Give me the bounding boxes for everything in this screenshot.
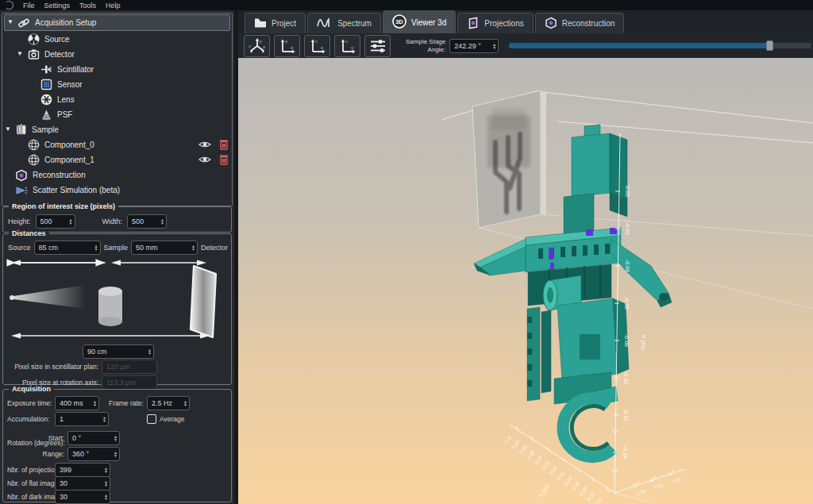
menu-help[interactable]: Help xyxy=(106,2,121,10)
menu-bar: File Settings Tools Help xyxy=(0,0,813,10)
view-xy-button[interactable]: y x xyxy=(274,35,300,57)
total-distance-input[interactable] xyxy=(83,348,148,356)
menu-settings[interactable]: Settings xyxy=(44,2,71,10)
dark-images-input[interactable] xyxy=(56,493,104,501)
average-checkbox[interactable] xyxy=(147,414,156,424)
acquisition-title: Acquisition xyxy=(9,385,54,393)
tab-spectrum[interactable]: Spectrum xyxy=(307,13,381,33)
expander-icon[interactable]: ▼ xyxy=(7,18,13,25)
tab-label: Reconstruction xyxy=(562,19,615,28)
flat-images-spinner[interactable]: ▲▼ xyxy=(55,476,110,491)
stage-angle-input[interactable] xyxy=(450,42,492,50)
x-tick-label: -0.02 xyxy=(556,470,566,482)
menu-tools[interactable]: Tools xyxy=(79,2,96,10)
delete-trash-icon[interactable] xyxy=(219,154,229,167)
x-tick-label: 0.00 xyxy=(549,465,558,476)
tree-item-reconstruction[interactable]: Reconstruction xyxy=(2,167,232,183)
roi-height-input[interactable] xyxy=(37,217,69,225)
tree-item-sample[interactable]: ▼ Sample xyxy=(2,122,232,137)
spinner-arrows-icon[interactable]: ▲▼ xyxy=(102,416,106,422)
tree-label: Source xyxy=(44,35,70,44)
expander-icon[interactable]: ▼ xyxy=(17,50,23,57)
x-tick-label: -0.10 xyxy=(586,491,596,502)
delete-trash-icon[interactable] xyxy=(219,139,229,152)
tab-project[interactable]: Project xyxy=(245,13,306,33)
tree-label: Reconstruction xyxy=(33,171,86,179)
spinner-arrows-icon[interactable]: ▲▼ xyxy=(104,467,108,473)
tree-item-psf[interactable]: PSF xyxy=(2,107,232,122)
exposure-spinner[interactable]: ▲▼ xyxy=(55,396,99,410)
rotation-start-input[interactable] xyxy=(68,434,114,442)
projections-input[interactable] xyxy=(56,466,104,474)
tree-item-source[interactable]: Source xyxy=(2,32,232,47)
average-label: Average xyxy=(160,415,185,423)
view-isometric-button[interactable]: y z x xyxy=(244,35,270,57)
roi-width-label: Width: xyxy=(102,217,123,225)
tree-item-component-1[interactable]: Component_1 xyxy=(2,152,232,167)
flat-images-input[interactable] xyxy=(56,479,104,487)
expander-icon[interactable]: ▼ xyxy=(5,125,11,133)
z-tick-label: 0.00 xyxy=(636,488,647,496)
sample-distance-input[interactable] xyxy=(132,244,191,252)
stage-angle-spinner[interactable]: ▲▼ xyxy=(449,39,499,53)
viewport-3d[interactable]: 0.00 -0.02 -0.04 -0.06 -0.08 -0.10 -0.12… xyxy=(238,58,813,504)
spinner-arrows-icon[interactable]: ▲▼ xyxy=(114,451,118,457)
y-tick-label: -0.06 xyxy=(624,297,630,310)
menu-file[interactable]: File xyxy=(23,2,35,10)
total-distance-spinner[interactable]: ▲▼ xyxy=(83,344,154,359)
accumulation-input[interactable] xyxy=(56,415,102,423)
spinner-arrows-icon[interactable]: ▲▼ xyxy=(191,244,195,251)
stage-angle-slider[interactable] xyxy=(509,40,811,51)
tree-item-lens[interactable]: Lens xyxy=(2,92,232,107)
accumulation-spinner[interactable]: ▲▼ xyxy=(55,412,109,426)
tree-item-component-0[interactable]: Component_0 xyxy=(2,137,232,152)
tree-item-scintillator[interactable]: Scintillator xyxy=(2,62,232,77)
exposure-input[interactable] xyxy=(56,399,93,407)
projections-label: Nbr. of projections: xyxy=(7,466,52,474)
spinner-arrows-icon[interactable]: ▲▼ xyxy=(69,218,73,225)
projections-spinner[interactable]: ▲▼ xyxy=(55,463,110,477)
tab-viewer-3d[interactable]: 3D Viewer 3d xyxy=(383,10,456,33)
spinner-arrows-icon[interactable]: ▲▼ xyxy=(183,400,187,406)
flat-images-label: Nbr. of flat images: xyxy=(7,479,52,487)
rotation-start-spinner[interactable]: ▲▼ xyxy=(67,431,120,445)
rotation-range-input[interactable] xyxy=(68,450,114,458)
tree-label: Scintillator xyxy=(57,65,94,74)
tree-item-acquisition-setup[interactable]: ▼ Acquisition Setup xyxy=(4,14,230,31)
spinner-arrows-icon[interactable]: ▲▼ xyxy=(492,43,496,49)
visibility-eye-icon[interactable] xyxy=(198,140,211,151)
display-settings-button[interactable] xyxy=(364,35,391,57)
y-tick-label: 0.00 xyxy=(625,186,630,197)
tree-item-detector[interactable]: ▼ Detector xyxy=(2,47,232,62)
roi-width-input[interactable] xyxy=(128,217,160,225)
y-tick-label: -0.08 xyxy=(624,334,630,347)
spinner-arrows-icon[interactable]: ▲▼ xyxy=(104,494,108,500)
framerate-input[interactable] xyxy=(148,399,183,407)
detector-plate-glyph xyxy=(191,266,216,337)
tab-projections[interactable]: Projections xyxy=(457,13,533,33)
svg-text:3D: 3D xyxy=(395,18,403,25)
roi-height-spinner[interactable]: ▲▼ xyxy=(36,214,75,229)
rotation-range-spinner[interactable]: ▲▼ xyxy=(67,447,120,461)
spinner-arrows-icon[interactable]: ▲▼ xyxy=(93,400,97,406)
visibility-eye-icon[interactable] xyxy=(198,155,211,166)
sample-distance-spinner[interactable]: ▲▼ xyxy=(131,240,198,255)
tree-item-scatter-simulation[interactable]: Scatter Simulation (beta) xyxy=(2,183,232,198)
tree-item-sensor[interactable]: Sensor xyxy=(2,77,232,92)
roi-width-spinner[interactable]: ▲▼ xyxy=(127,214,167,229)
dark-images-spinner[interactable]: ▲▼ xyxy=(55,490,110,504)
source-distance-input[interactable] xyxy=(35,244,94,252)
spinner-arrows-icon[interactable]: ▲▼ xyxy=(114,435,118,441)
spinner-arrows-icon[interactable]: ▲▼ xyxy=(94,244,98,251)
spinner-arrows-icon[interactable]: ▲▼ xyxy=(160,218,164,225)
source-distance-spinner[interactable]: ▲▼ xyxy=(34,240,101,255)
tab-reconstruction[interactable]: Reconstruction xyxy=(535,13,625,33)
pixel-scintillator-value xyxy=(102,363,155,371)
framerate-spinner[interactable]: ▲▼ xyxy=(147,396,190,410)
spinner-arrows-icon[interactable]: ▲▼ xyxy=(104,480,108,487)
spinner-arrows-icon[interactable]: ▲▼ xyxy=(148,348,152,355)
view-xz-button[interactable]: z x xyxy=(304,35,330,57)
tree-label: Component_0 xyxy=(44,140,94,149)
view-yz-button[interactable]: z y xyxy=(334,35,360,57)
slider-handle[interactable] xyxy=(766,40,773,51)
